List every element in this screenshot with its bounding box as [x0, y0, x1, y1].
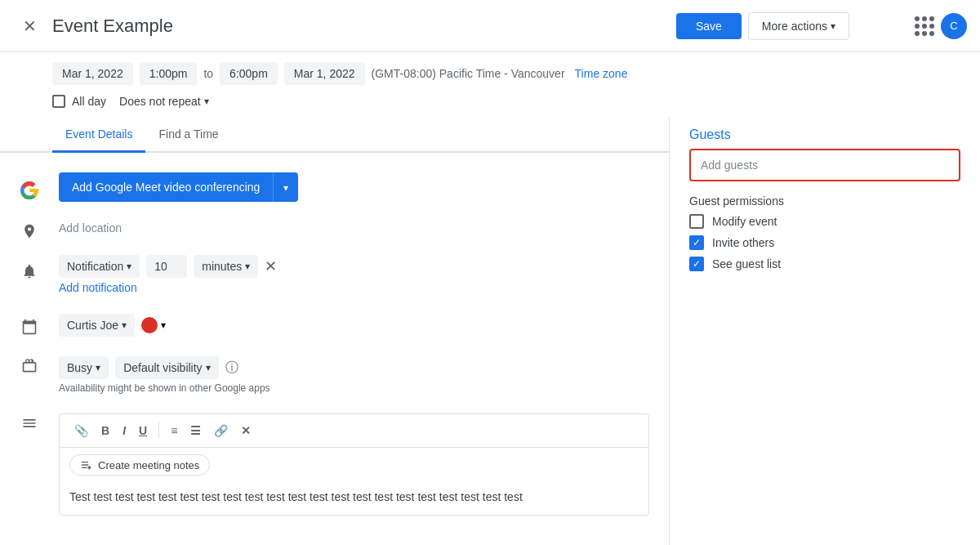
chevron-down-icon: ▾	[204, 96, 209, 107]
see-guest-list-label: See guest list	[712, 257, 781, 270]
chevron-down-icon: ▾	[831, 20, 835, 32]
toolbar-divider	[158, 422, 159, 439]
checkmark-icon: ✓	[693, 259, 701, 269]
italic-button[interactable]: I	[118, 421, 131, 440]
notification-type-button[interactable]: Notification ▾	[59, 255, 140, 278]
start-date-button[interactable]: Mar 1, 2022	[52, 62, 133, 85]
tab-event-details[interactable]: Event Details	[52, 118, 145, 153]
status-section: Busy ▾ Default visibility ▾ ⓘ Availabili…	[0, 343, 669, 400]
unordered-list-button[interactable]: ☰	[185, 421, 206, 440]
briefcase-icon-col	[13, 350, 46, 374]
bold-button[interactable]: B	[96, 421, 114, 440]
google-meet-icon	[20, 181, 39, 200]
user-avatar[interactable]: C	[941, 13, 967, 39]
date-row: Mar 1, 2022 1:00pm to 6:00pm Mar 1, 2022…	[0, 52, 980, 85]
end-time-button[interactable]: 6:00pm	[220, 62, 278, 85]
description-content: 📎 B I U ≡ ☰ 🔗 ✕ Create mee	[59, 407, 649, 522]
notes-icon	[80, 458, 93, 471]
invite-others-label: Invite others	[712, 236, 774, 249]
busy-label: Busy	[67, 361, 92, 374]
description-text[interactable]: Test test test test test test test test …	[60, 482, 648, 515]
notification-value-input[interactable]	[146, 255, 187, 278]
tabs-row: Event Details Find a Time	[0, 118, 669, 153]
notification-row: Notification ▾ minutes ▾ ✕	[59, 255, 649, 278]
ordered-list-button[interactable]: ≡	[166, 421, 182, 440]
attach-button[interactable]: 📎	[69, 421, 93, 440]
location-content	[59, 215, 649, 242]
editor-toolbar: 📎 B I U ≡ ☰ 🔗 ✕	[60, 414, 648, 448]
meet-icon-col	[13, 172, 46, 200]
add-guests-input[interactable]	[689, 149, 960, 181]
briefcase-icon	[21, 358, 38, 374]
see-guest-list-checkbox[interactable]: ✓	[689, 257, 704, 271]
chevron-down-icon: ▾	[127, 261, 131, 272]
location-section	[0, 208, 669, 248]
more-actions-label: More actions	[762, 20, 827, 33]
top-actions: Save More actions ▾	[676, 12, 849, 40]
chevron-down-icon: ▾	[122, 319, 127, 331]
owner-row: Curtis Joe ▾ ▾	[59, 314, 649, 337]
allday-checkbox[interactable]	[52, 95, 65, 108]
calendar-icon	[21, 319, 38, 335]
description-icon	[21, 415, 38, 431]
description-section: 📎 B I U ≡ ☰ 🔗 ✕ Create mee	[0, 400, 669, 529]
remove-notification-button[interactable]: ✕	[265, 259, 277, 274]
visibility-button[interactable]: Default visibility ▾	[115, 356, 218, 379]
status-content: Busy ▾ Default visibility ▾ ⓘ Availabili…	[59, 350, 649, 394]
help-icon[interactable]: ⓘ	[225, 360, 238, 377]
link-button[interactable]: 🔗	[209, 421, 233, 440]
lines-icon-col	[13, 407, 46, 431]
meet-section: Add Google Meet video conferencing ▾	[0, 166, 669, 208]
permission-row-see-list: ✓ See guest list	[689, 257, 960, 271]
status-row: Busy ▾ Default visibility ▾ ⓘ	[59, 356, 649, 379]
meet-dropdown-button[interactable]: ▾	[273, 172, 298, 202]
tab-find-time[interactable]: Find a Time	[145, 118, 231, 153]
invite-others-checkbox[interactable]: ✓	[689, 235, 704, 250]
color-dot	[141, 317, 158, 333]
allday-label: All day	[72, 95, 106, 108]
create-meeting-notes-button[interactable]: Create meeting notes	[69, 454, 210, 476]
notification-unit-button[interactable]: minutes ▾	[194, 255, 258, 278]
permission-row-modify: Modify event	[689, 214, 960, 229]
app-grid-icon[interactable]	[915, 16, 934, 36]
bell-icon	[21, 263, 38, 279]
repeat-label: Does not repeat	[119, 95, 201, 108]
chevron-down-icon: ▾	[96, 362, 100, 373]
busy-status-button[interactable]: Busy ▾	[59, 356, 109, 379]
save-button[interactable]: Save	[676, 13, 742, 39]
permissions-title: Guest permissions	[689, 194, 960, 208]
location-input[interactable]	[59, 215, 649, 242]
top-bar: ✕ Save More actions ▾ C	[0, 0, 980, 52]
remove-format-button[interactable]: ✕	[236, 421, 256, 440]
calendar-icon-col	[13, 310, 46, 335]
description-box: 📎 B I U ≡ ☰ 🔗 ✕ Create mee	[59, 413, 649, 516]
checkmark-icon: ✓	[693, 238, 701, 248]
close-button[interactable]: ✕	[13, 10, 46, 42]
more-actions-button[interactable]: More actions ▾	[748, 12, 849, 40]
repeat-button[interactable]: Does not repeat ▾	[113, 92, 216, 111]
add-notification-button[interactable]: Add notification	[59, 278, 137, 297]
event-title-input[interactable]	[52, 16, 676, 37]
permission-row-invite: ✓ Invite others	[689, 235, 960, 250]
meeting-notes-label: Create meeting notes	[98, 459, 199, 471]
calendar-section: Curtis Joe ▾ ▾	[0, 304, 669, 343]
start-time-button[interactable]: 1:00pm	[140, 62, 198, 85]
event-color-button[interactable]: ▾	[141, 317, 166, 333]
location-icon	[21, 223, 38, 239]
calendar-owner-button[interactable]: Curtis Joe ▾	[59, 314, 135, 337]
chevron-down-icon: ▾	[161, 319, 166, 331]
end-date-button[interactable]: Mar 1, 2022	[284, 62, 365, 85]
meet-content: Add Google Meet video conferencing ▾	[59, 172, 649, 202]
visibility-label: Default visibility	[123, 361, 202, 374]
underline-button[interactable]: U	[134, 421, 152, 440]
notification-unit-label: minutes	[202, 260, 242, 273]
add-meet-button[interactable]: Add Google Meet video conferencing	[59, 172, 273, 202]
guests-title: Guests	[689, 118, 960, 149]
modify-event-label: Modify event	[712, 215, 777, 228]
timezone-link[interactable]: Time zone	[575, 67, 628, 80]
owner-name: Curtis Joe	[67, 319, 118, 332]
modify-event-checkbox[interactable]	[689, 214, 704, 229]
main-content: Event Details Find a Time Add Google Mee…	[0, 118, 980, 545]
notification-section: Notification ▾ minutes ▾ ✕ Add notificat…	[0, 248, 669, 304]
notification-type-label: Notification	[67, 260, 123, 273]
